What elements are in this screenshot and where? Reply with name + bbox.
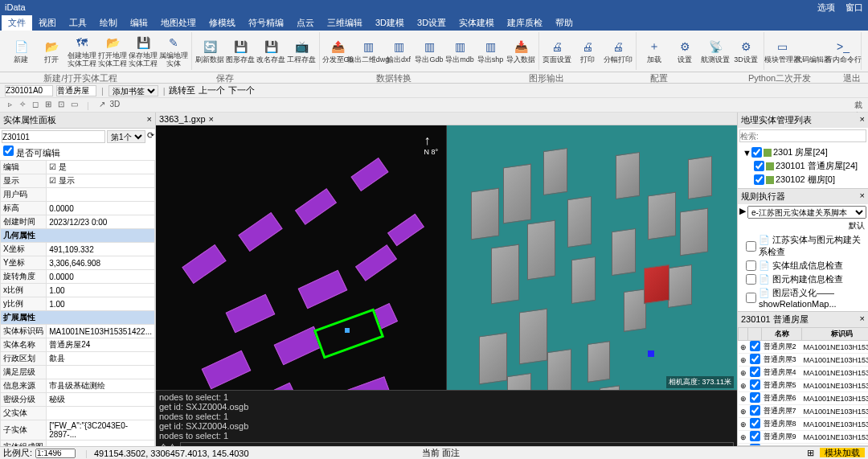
- ribbon-导出Gdb[interactable]: ▥导出Gdb: [414, 32, 444, 70]
- building-3d[interactable]: [491, 244, 519, 305]
- building-3d-selected[interactable]: [644, 264, 669, 304]
- options-link[interactable]: 选项: [817, 2, 835, 12]
- tree-node[interactable]: ▼ 2301 房屋[24]: [739, 145, 866, 159]
- ribbon-保存地理实体工程[interactable]: 💾保存地理实体工程: [128, 32, 158, 70]
- tool-icon[interactable]: 裁剪: [852, 100, 865, 111]
- status-icon[interactable]: ⊞: [807, 448, 814, 457]
- next-button[interactable]: 下一个: [228, 84, 255, 96]
- tool-icon[interactable]: ↗: [96, 100, 108, 111]
- list-row[interactable]: ⊕普通房屋3MA1001NE103H1535...: [739, 354, 869, 367]
- ratio-input[interactable]: [35, 449, 76, 458]
- menu-三维编辑[interactable]: 三维编辑: [321, 15, 369, 31]
- ribbon-打开地理实体工程[interactable]: 📂打开地理实体工程: [97, 32, 128, 70]
- building-2d-selected[interactable]: [313, 308, 384, 359]
- ribbon-导入数据[interactable]: 📥导入数据: [506, 32, 536, 70]
- ribbon-刷新数据[interactable]: 🔄刷新数据: [194, 32, 225, 70]
- building-2d[interactable]: [182, 244, 226, 284]
- building-3d[interactable]: [600, 385, 620, 390]
- menu-符号精编[interactable]: 符号精编: [242, 15, 290, 31]
- ribbon-导出mdb[interactable]: ▥导出mdb: [444, 32, 475, 70]
- building-2d[interactable]: [350, 158, 388, 191]
- module-badge[interactable]: 模块加载: [820, 448, 865, 457]
- building-3d[interactable]: [668, 264, 692, 308]
- menu-工具[interactable]: 工具: [63, 15, 93, 31]
- property-grid[interactable]: 编辑☑ 是显示☑ 显示用户码标高0.0000创建时间2023/12/23 0:0…: [0, 160, 155, 446]
- list-row[interactable]: ⊕普通房屋5MA1001NE103H1535...: [739, 379, 869, 392]
- ribbon-打印[interactable]: 🖨打印: [572, 32, 603, 70]
- list-row[interactable]: ⊕普通房屋10MA1001NE103H1535...: [739, 444, 869, 446]
- building-2d[interactable]: [250, 383, 300, 390]
- list-row[interactable]: ⊕普通房屋4MA1001NE103H1535...: [739, 367, 869, 379]
- ribbon-退出[interactable]: ⏻退出: [864, 32, 868, 70]
- building-3d[interactable]: [588, 341, 610, 383]
- name-input[interactable]: [56, 85, 96, 96]
- close-icon[interactable]: ×: [860, 314, 865, 326]
- close-icon[interactable]: ×: [147, 114, 152, 126]
- building-2d[interactable]: [346, 376, 391, 390]
- building-2d[interactable]: [387, 214, 424, 246]
- menu-实体建模[interactable]: 实体建模: [452, 15, 501, 31]
- ribbon-工程存盘[interactable]: 📺工程存盘: [286, 32, 317, 70]
- ribbon-属编地理实体[interactable]: ✎属编地理实体: [158, 32, 189, 70]
- search-input[interactable]: [739, 129, 866, 142]
- building-3d[interactable]: [612, 228, 636, 276]
- building-2d[interactable]: [226, 294, 276, 334]
- building-3d[interactable]: [680, 208, 708, 256]
- building-3d[interactable]: [547, 349, 571, 390]
- command-input[interactable]: [180, 442, 734, 446]
- building-3d[interactable]: [616, 152, 640, 199]
- viewport-2d[interactable]: ↑N 8°: [156, 125, 447, 390]
- play-icon[interactable]: ▶: [739, 206, 746, 219]
- ribbon-行内命令行[interactable]: >_行内命令行: [828, 32, 858, 70]
- filter-code[interactable]: [2, 130, 105, 143]
- menu-文件[interactable]: 文件: [2, 15, 32, 31]
- building-3d[interactable]: [648, 192, 676, 240]
- building-3d[interactable]: [519, 309, 547, 365]
- ribbon-模块管理器[interactable]: ▭模块管理器: [767, 32, 797, 70]
- building-2d[interactable]: [202, 350, 252, 390]
- ribbon-输出dxf[interactable]: ▥输出dxf: [383, 32, 414, 70]
- building-2d[interactable]: [238, 212, 282, 252]
- building-3d[interactable]: [688, 156, 712, 199]
- menu-视图[interactable]: 视图: [32, 15, 63, 31]
- ribbon-加载[interactable]: ＋加载: [639, 32, 669, 70]
- menu-点云[interactable]: 点云: [290, 15, 321, 31]
- ribbon-分幅打印[interactable]: 🖨分幅打印: [603, 32, 633, 70]
- building-3d[interactable]: [507, 373, 531, 390]
- menu-3D建模[interactable]: 3D建模: [369, 15, 411, 31]
- building-3d[interactable]: [527, 220, 555, 281]
- building-3d[interactable]: [571, 256, 596, 304]
- menu-3D设置[interactable]: 3D设置: [411, 15, 452, 31]
- ribbon-设置[interactable]: ⚙设置: [669, 32, 700, 70]
- rule-combo[interactable]: e-江苏图元实体建关系脚本: [747, 206, 866, 219]
- building-2d[interactable]: [355, 244, 397, 281]
- close-icon[interactable]: ×: [860, 114, 865, 126]
- tool-icon[interactable]: ⊡: [55, 100, 68, 111]
- ribbon-分发至Gb[interactable]: 📤分发至Gb: [322, 32, 353, 70]
- menu-建库质检[interactable]: 建库质检: [501, 15, 549, 31]
- ribbon-导出shp[interactable]: ▥导出shp: [475, 32, 506, 70]
- menu-修模线[interactable]: 修模线: [203, 15, 242, 31]
- building-3d[interactable]: [624, 289, 646, 332]
- editable-checkbox[interactable]: [3, 145, 14, 156]
- list-row[interactable]: ⊕普通房屋9MA1001NE103H1535...: [739, 431, 869, 444]
- tool-icon[interactable]: ⊞: [42, 100, 55, 111]
- menu-绘制[interactable]: 绘制: [93, 15, 124, 31]
- tool-icon[interactable]: ▭: [68, 100, 80, 111]
- building-3d[interactable]: [479, 333, 507, 385]
- ribbon-代码编辑器[interactable]: 代码编辑器: [797, 32, 828, 70]
- ribbon-打开[interactable]: 📂打开: [36, 32, 67, 70]
- building-2d[interactable]: [295, 188, 337, 225]
- close-tab-icon[interactable]: ×: [209, 114, 214, 124]
- list-row[interactable]: ⊕普通房屋6MA1001NE103H1535...: [739, 392, 869, 405]
- building-3d[interactable]: [567, 196, 592, 248]
- building-3d[interactable]: [503, 164, 531, 224]
- prev-button[interactable]: 上一个: [199, 84, 225, 96]
- menu-编辑[interactable]: 编辑: [124, 15, 154, 31]
- tool-icon[interactable]: 3D: [108, 100, 121, 111]
- rule-list[interactable]: 📄 江苏实体与图元构建关系检查📄 实体组成信息检查📄 图元构建信息检查📄 图层语…: [738, 232, 868, 311]
- ribbon-图形存盘[interactable]: 💾图形存盘: [225, 32, 256, 70]
- building-2d[interactable]: [298, 270, 348, 309]
- rule-item[interactable]: 📄 图层语义化——showRelationMap...: [739, 286, 866, 309]
- ribbon-输出二维dwg[interactable]: ▥输出二维dwg: [353, 32, 383, 70]
